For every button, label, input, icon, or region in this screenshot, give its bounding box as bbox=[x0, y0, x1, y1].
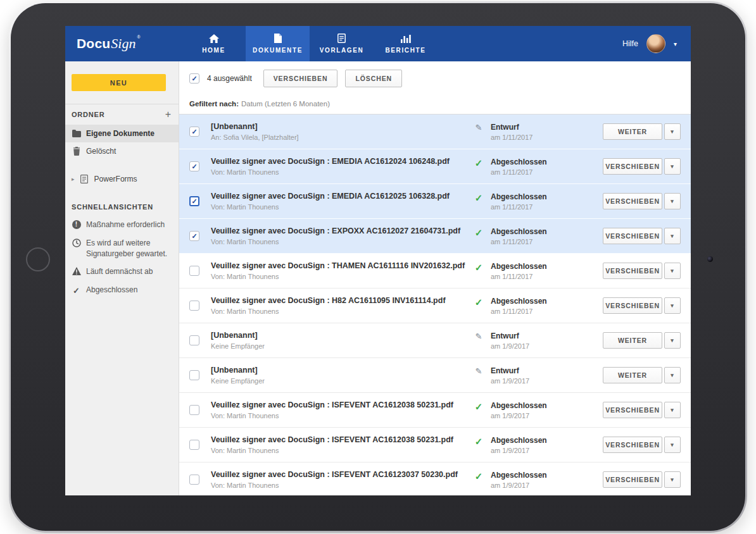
row-action-dropdown[interactable]: ▾ bbox=[664, 471, 681, 488]
draft-icon: ✎ bbox=[473, 366, 484, 376]
row-action-button[interactable]: VERSCHIEBEN bbox=[603, 228, 662, 244]
document-link[interactable]: Veuillez signer avec DocuSign : H82 AC16… bbox=[199, 296, 473, 315]
document-row: ✓ Veuillez signer avec DocuSign : EXPOXX… bbox=[179, 219, 691, 254]
row-action-dropdown[interactable]: ▾ bbox=[664, 193, 681, 209]
document-actions: VERSCHIEBEN ▾ bbox=[600, 437, 681, 453]
document-link[interactable]: [Unbenannt] Keine Empfänger bbox=[199, 366, 473, 385]
new-button[interactable]: NEU bbox=[72, 74, 166, 91]
row-checkbox[interactable]: ✓ bbox=[189, 196, 199, 206]
sidebar-item-label: PowerForms bbox=[94, 175, 137, 183]
row-checkbox[interactable] bbox=[189, 301, 199, 311]
row-checkbox[interactable] bbox=[189, 335, 199, 345]
help-link[interactable]: Hilfe bbox=[622, 39, 638, 48]
document-link[interactable]: [Unbenannt] An: Sofia Vilela, [Platzhalt… bbox=[199, 122, 473, 141]
sidebar-item-geloescht[interactable]: Gelöscht bbox=[65, 142, 179, 160]
tab-berichte[interactable]: BERICHTE bbox=[374, 26, 438, 61]
document-status: ✓ Abgeschlossen am 1/11/2017 bbox=[473, 262, 600, 280]
toolbar: ✓ 4 ausgewählt VERSCHIEBEN LÖSCHEN bbox=[179, 61, 691, 95]
row-action-button[interactable]: VERSCHIEBEN bbox=[603, 158, 662, 175]
sidebar-item-massnahme-erforderlich[interactable]: ! Maßnahme erforderlich bbox=[65, 216, 179, 234]
row-action-dropdown[interactable]: ▾ bbox=[664, 437, 681, 453]
tablet-camera bbox=[707, 256, 713, 262]
powerforms-icon bbox=[80, 175, 89, 183]
document-status: ✎ Entwurf am 1/9/2017 bbox=[473, 366, 600, 385]
sidebar-item-label: Abgeschlossen bbox=[86, 285, 137, 295]
document-link[interactable]: Veuillez signer avec DocuSign : ISFEVENT… bbox=[199, 470, 473, 489]
quickviews-header: SCHNELLANSICHTEN bbox=[65, 188, 179, 216]
row-action-dropdown[interactable]: ▾ bbox=[664, 228, 681, 244]
document-row: Veuillez signer avec DocuSign : ISFEVENT… bbox=[179, 393, 691, 428]
row-checkbox[interactable] bbox=[189, 475, 199, 485]
reports-icon bbox=[401, 34, 411, 43]
status-label: Entwurf bbox=[491, 123, 532, 132]
user-avatar[interactable] bbox=[646, 34, 665, 53]
document-link[interactable]: Veuillez signer avec DocuSign : EMEDIA A… bbox=[199, 157, 473, 176]
status-label: Entwurf bbox=[491, 332, 529, 340]
row-checkbox[interactable] bbox=[189, 370, 199, 380]
document-title: Veuillez signer avec DocuSign : ISFEVENT… bbox=[211, 470, 473, 479]
trash-icon bbox=[72, 147, 81, 156]
move-button[interactable]: VERSCHIEBEN bbox=[263, 70, 338, 87]
account-chevron-down-icon[interactable]: ▾ bbox=[674, 40, 677, 47]
sidebar-item-laeuft-demnaechst-ab[interactable]: Läuft demnächst ab bbox=[65, 263, 179, 281]
row-action-button[interactable]: VERSCHIEBEN bbox=[603, 263, 662, 279]
exclamation-circle-icon: ! bbox=[72, 220, 81, 229]
row-action-dropdown[interactable]: ▾ bbox=[664, 332, 681, 349]
row-action-dropdown[interactable]: ▾ bbox=[664, 263, 681, 279]
document-status: ✓ Abgeschlossen am 1/11/2017 bbox=[473, 297, 600, 315]
add-folder-button[interactable]: + bbox=[165, 109, 171, 120]
row-checkbox[interactable]: ✓ bbox=[189, 161, 199, 171]
check-icon: ✓ bbox=[72, 285, 81, 297]
row-action-button[interactable]: VERSCHIEBEN bbox=[603, 437, 662, 453]
row-action-button[interactable]: VERSCHIEBEN bbox=[603, 402, 662, 418]
row-action-dropdown[interactable]: ▾ bbox=[664, 367, 681, 383]
delete-button[interactable]: LÖSCHEN bbox=[345, 70, 402, 87]
document-link[interactable]: Veuillez signer avec DocuSign : EMEDIA A… bbox=[199, 192, 473, 211]
row-action-button[interactable]: VERSCHIEBEN bbox=[603, 471, 662, 488]
logo-docu: Docu bbox=[77, 36, 110, 51]
row-checkbox[interactable]: ✓ bbox=[189, 231, 199, 241]
document-link[interactable]: Veuillez signer avec DocuSign : THAMEN A… bbox=[199, 261, 473, 280]
row-checkbox[interactable] bbox=[189, 405, 199, 415]
sidebar-item-eigene-dokumente[interactable]: Eigene Dokumente bbox=[65, 125, 179, 142]
sidebar-item-powerforms[interactable]: ▸ PowerForms bbox=[65, 170, 179, 188]
row-action-dropdown[interactable]: ▾ bbox=[664, 123, 681, 140]
status-date: am 1/11/2017 bbox=[491, 203, 547, 211]
tab-home[interactable]: HOME bbox=[182, 26, 246, 61]
templates-icon bbox=[337, 34, 346, 43]
status-text: Abgeschlossen am 1/9/2017 bbox=[491, 436, 547, 454]
document-status: ✓ Abgeschlossen am 1/11/2017 bbox=[473, 192, 600, 211]
status-label: Entwurf bbox=[491, 366, 529, 375]
status-text: Abgeschlossen am 1/11/2017 bbox=[491, 227, 547, 245]
sidebar-item-wartet-auf-signaturgeber[interactable]: Es wird auf weitere Signaturgeber gewart… bbox=[65, 234, 179, 263]
row-checkbox[interactable]: ✓ bbox=[189, 127, 199, 137]
document-link[interactable]: Veuillez signer avec DocuSign : ISFEVENT… bbox=[199, 435, 473, 454]
select-all-checkbox[interactable]: ✓ bbox=[189, 73, 199, 84]
row-checkbox[interactable] bbox=[189, 440, 199, 450]
document-row: Veuillez signer avec DocuSign : THAMEN A… bbox=[179, 254, 691, 289]
row-checkbox[interactable] bbox=[189, 266, 199, 276]
completed-check-icon: ✓ bbox=[473, 192, 484, 204]
completed-check-icon: ✓ bbox=[473, 471, 484, 482]
status-label: Abgeschlossen bbox=[491, 436, 547, 445]
row-action-dropdown[interactable]: ▾ bbox=[664, 297, 681, 314]
tab-dokumente[interactable]: DOKUMENTE bbox=[246, 26, 310, 61]
row-action-button[interactable]: VERSCHIEBEN bbox=[603, 297, 662, 314]
sidebar-item-abgeschlossen[interactable]: ✓ Abgeschlossen bbox=[65, 281, 179, 301]
status-text: Abgeschlossen am 1/9/2017 bbox=[491, 401, 547, 419]
document-status: ✓ Abgeschlossen am 1/11/2017 bbox=[473, 227, 600, 245]
completed-check-icon: ✓ bbox=[473, 297, 484, 308]
document-actions: VERSCHIEBEN ▾ bbox=[600, 193, 681, 209]
document-link[interactable]: [Unbenannt] Keine Empfänger bbox=[199, 331, 473, 350]
row-action-dropdown[interactable]: ▾ bbox=[664, 402, 681, 418]
document-link[interactable]: Veuillez signer avec DocuSign : ISFEVENT… bbox=[199, 400, 473, 419]
folders-header-label: ORDNER bbox=[72, 111, 104, 118]
tab-vorlagen[interactable]: VORLAGEN bbox=[310, 26, 374, 61]
document-title: [Unbenannt] bbox=[211, 331, 473, 340]
row-action-button[interactable]: WEITER bbox=[603, 123, 662, 140]
document-link[interactable]: Veuillez signer avec DocuSign : EXPOXX A… bbox=[199, 227, 473, 245]
row-action-button[interactable]: VERSCHIEBEN bbox=[603, 193, 662, 209]
row-action-button[interactable]: WEITER bbox=[603, 367, 662, 383]
row-action-button[interactable]: WEITER bbox=[603, 332, 662, 349]
row-action-dropdown[interactable]: ▾ bbox=[664, 158, 681, 175]
